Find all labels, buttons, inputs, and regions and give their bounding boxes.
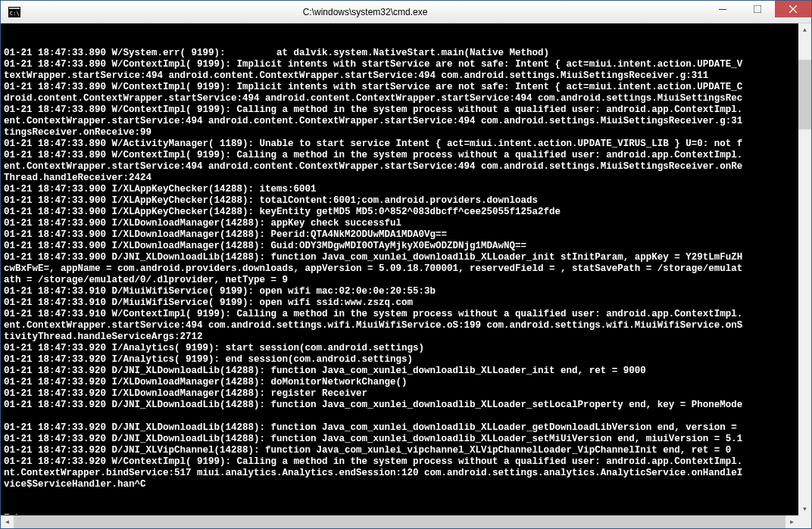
svg-text:C:\: C:\ bbox=[10, 11, 20, 17]
log-line: 01-21 18:47:33.900 I/XLDownloadManager(1… bbox=[4, 241, 798, 252]
log-line: 01-21 18:47:33.920 W/ContextImpl( 9199):… bbox=[4, 456, 798, 468]
horizontal-scroll-track[interactable] bbox=[14, 515, 785, 528]
log-line: ent.ContextWrapper.startService:494 andr… bbox=[4, 161, 798, 173]
log-line: 01-21 18:47:33.890 W/ActivityManager( 11… bbox=[4, 138, 798, 150]
cmd-window: C:\ C:\windows\system32\cmd.exe 01-21 18… bbox=[0, 0, 812, 529]
close-button[interactable] bbox=[775, 1, 811, 17]
log-line: 01-21 18:47:33.920 I/Analytics( 9199): s… bbox=[4, 343, 798, 354]
log-line: 01-21 18:47:33.920 D/JNI_XLDownloadLib(1… bbox=[4, 400, 798, 411]
log-line: 01-21 18:47:33.900 I/XLAppKeyChecker(142… bbox=[4, 184, 798, 195]
log-line: 01-21 18:47:33.900 I/XLDownloadManager(1… bbox=[4, 229, 798, 241]
window-controls bbox=[705, 1, 811, 23]
log-line: 01-21 18:47:33.920 D/JNI_XLVipChannel(14… bbox=[4, 445, 798, 456]
log-line: ent.ContextWrapper.startService:494 com.… bbox=[4, 320, 798, 331]
log-line: tivityThread.handleServiceArgs:2712 bbox=[4, 331, 798, 343]
log-line: vice$ServiceHandler.han^C bbox=[4, 479, 798, 490]
svg-rect-4 bbox=[754, 5, 761, 13]
log-line: ent.ContextWrapper.startService:494 andr… bbox=[4, 116, 798, 127]
app-icon: C:\ bbox=[4, 4, 25, 20]
minimize-button[interactable] bbox=[705, 1, 740, 17]
log-line: 01-21 18:47:33.920 D/JNI_XLDownloadLib(1… bbox=[4, 422, 798, 434]
log-line: 01-21 18:47:33.910 W/ContextImpl( 9199):… bbox=[4, 309, 798, 320]
scroll-corner bbox=[798, 515, 811, 528]
log-line: 01-21 18:47:33.890 W/ContextImpl( 9199):… bbox=[4, 59, 798, 70]
log-line: cwBxFwE=, appName = com.android.provider… bbox=[4, 263, 798, 275]
log-line: 01-21 18:47:33.900 I/XLAppKeyChecker(142… bbox=[4, 207, 798, 218]
log-line: tingsReceiver.onReceive:99 bbox=[4, 127, 798, 138]
log-line: 01-21 18:47:33.890 W/ContextImpl( 9199):… bbox=[4, 150, 798, 161]
prompt: F:\> bbox=[4, 513, 27, 515]
log-line: 01-21 18:47:33.900 I/XLDownloadManager(1… bbox=[4, 218, 798, 229]
log-line: nt.ContextWrapper.bindService:517 miui.a… bbox=[4, 468, 798, 479]
log-line: 01-21 18:47:33.920 D/JNI_XLDownloadLib(1… bbox=[4, 434, 798, 445]
prompt-line: F:\> bbox=[4, 513, 798, 515]
log-line: 01-21 18:47:33.910 D/MiuiWifiService( 91… bbox=[4, 286, 798, 297]
log-line: 01-21 18:47:33.920 I/XLDownloadManager(1… bbox=[4, 377, 798, 388]
log-line: droid.content.ContextWrapper.startServic… bbox=[4, 93, 798, 104]
log-line: 01-21 18:47:33.920 D/JNI_XLDownloadLib(1… bbox=[4, 366, 798, 377]
horizontal-scroll-thumb[interactable] bbox=[14, 515, 785, 528]
horizontal-scrollbar[interactable]: ◀ ▶ bbox=[1, 515, 798, 528]
log-line: 01-21 18:47:33.900 D/JNI_XLDownloadLib(1… bbox=[4, 252, 798, 263]
log-line: 01-21 18:47:33.890 W/ContextImpl( 9199):… bbox=[4, 104, 798, 116]
titlebar: C:\ C:\windows\system32\cmd.exe bbox=[1, 1, 811, 23]
console-content: 01-21 18:47:33.890 W/System.err( 9199): … bbox=[4, 25, 798, 515]
scroll-down-button[interactable]: ▼ bbox=[798, 503, 811, 515]
vertical-scroll-thumb[interactable] bbox=[798, 60, 811, 129]
log-line bbox=[4, 411, 798, 422]
maximize-button[interactable] bbox=[740, 1, 775, 17]
scroll-right-button[interactable]: ▶ bbox=[785, 515, 798, 528]
log-line: 01-21 18:47:33.920 I/Analytics( 9199): e… bbox=[4, 354, 798, 366]
svg-rect-3 bbox=[719, 9, 726, 10]
log-line: textWrapper.startService:494 android.con… bbox=[4, 70, 798, 82]
scroll-left-button[interactable]: ◀ bbox=[1, 515, 14, 528]
console-area[interactable]: 01-21 18:47:33.890 W/System.err( 9199): … bbox=[1, 23, 811, 528]
log-line: 01-21 18:47:33.910 D/MiuiWifiService( 91… bbox=[4, 297, 798, 309]
scroll-up-button[interactable]: ▲ bbox=[798, 23, 811, 36]
log-line: 01-21 18:47:33.890 W/ContextImpl( 9199):… bbox=[4, 82, 798, 93]
svg-rect-1 bbox=[9, 8, 20, 9]
window-title: C:\windows\system32\cmd.exe bbox=[25, 7, 705, 17]
log-line: Thread.handleReceiver:2424 bbox=[4, 173, 798, 184]
vertical-scroll-track[interactable] bbox=[798, 36, 811, 503]
vertical-scrollbar[interactable]: ▲ ▼ bbox=[798, 23, 811, 515]
log-line: 01-21 18:47:33.900 I/XLAppKeyChecker(142… bbox=[4, 195, 798, 207]
log-line: 01-21 18:47:33.890 W/System.err( 9199): … bbox=[4, 48, 798, 59]
log-line: ath = /storage/emulated/0/.dlprovider, n… bbox=[4, 275, 798, 286]
log-line: 01-21 18:47:33.920 I/XLDownloadManager(1… bbox=[4, 388, 798, 400]
